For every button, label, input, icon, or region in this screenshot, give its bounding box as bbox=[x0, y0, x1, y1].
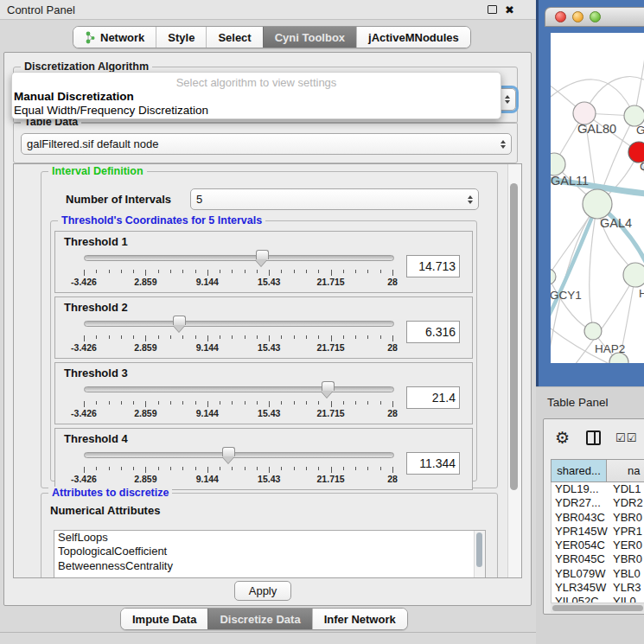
attributes-list-scrollbar[interactable] bbox=[474, 531, 485, 578]
slider-tick bbox=[158, 401, 159, 405]
algorithm-option[interactable]: Equal Width/Frequency Discretization bbox=[12, 104, 501, 118]
slider-tick-label: 15.43 bbox=[258, 474, 280, 484]
threshold-panel: Threshold 2-3.4262.8599.14415.4321.71528 bbox=[54, 296, 473, 359]
slider-tick bbox=[207, 467, 208, 473]
threshold-label: Threshold 3 bbox=[64, 367, 467, 379]
slider-tick bbox=[145, 270, 146, 276]
column-header-name[interactable]: na bbox=[607, 459, 644, 482]
table-data-group: Table Data galFiltered.sif default node bbox=[13, 122, 518, 163]
slider-thumb[interactable] bbox=[173, 316, 187, 332]
tab-network[interactable]: Network bbox=[73, 27, 156, 48]
threshold-panel: Threshold 3-3.4262.8599.14415.4321.71528 bbox=[54, 362, 473, 424]
tab-label: Select bbox=[218, 31, 251, 44]
cell-name: YBL0 bbox=[608, 567, 644, 581]
slider-track bbox=[84, 452, 394, 458]
algorithm-dropdown-popup: Select algorithm to view settingsManual … bbox=[11, 72, 501, 119]
tab-select[interactable]: Select bbox=[206, 27, 262, 48]
table-row[interactable]: YER054CYER0 bbox=[552, 539, 644, 552]
table-row[interactable]: YDL19...YDL1 bbox=[552, 482, 644, 496]
network-node-green[interactable] bbox=[551, 269, 556, 284]
number-of-intervals-label: Number of Intervals bbox=[66, 193, 171, 206]
threshold-value-field[interactable] bbox=[406, 255, 460, 277]
settings-gear-icon[interactable]: ⚙ bbox=[555, 430, 570, 446]
slider-tick-label: 21.715 bbox=[317, 474, 345, 484]
slider-tick bbox=[392, 467, 393, 473]
slider-tick-label: 28 bbox=[387, 408, 398, 418]
zoom-traffic-light-icon[interactable] bbox=[590, 11, 601, 22]
minimize-traffic-light-icon[interactable] bbox=[572, 11, 583, 22]
close-traffic-light-icon[interactable] bbox=[555, 11, 566, 22]
slider-tick bbox=[220, 401, 220, 405]
table-data-combobox[interactable]: galFiltered.sif default node bbox=[21, 133, 512, 155]
slider-tick-label: 2.859 bbox=[134, 408, 156, 418]
network-tab-icon bbox=[85, 31, 96, 44]
cell-shared-name: YIL052C bbox=[552, 595, 608, 603]
select-columns-checkboxes-icon[interactable]: ☑☑ bbox=[615, 431, 637, 444]
attribute-list-item[interactable]: SelfLoops bbox=[54, 531, 485, 545]
algorithm-option[interactable]: Manual Discretization bbox=[12, 90, 501, 104]
network-canvas[interactable]: GAL80GACGAL11GAL4GCY1HHAP2 bbox=[551, 33, 644, 363]
table-row[interactable]: YDR27...YDR2 bbox=[552, 496, 644, 510]
slider-tick bbox=[281, 467, 282, 470]
control-panel-titlebar: Control Panel ✖ bbox=[0, 0, 536, 20]
discretization-algorithm-group-label: Discretization Algorithm bbox=[21, 61, 152, 73]
network-node-label: H bbox=[639, 287, 644, 300]
screen: Control Panel ✖ NetworkStyleSelectCyni T… bbox=[0, 0, 644, 644]
network-window-titlebar bbox=[545, 7, 644, 27]
slider-thumb[interactable] bbox=[321, 381, 335, 398]
attribute-list-item[interactable]: BetweennessCentrality bbox=[54, 559, 485, 573]
tab-discretize-data[interactable]: Discretize Data bbox=[207, 609, 311, 629]
tab-jactivemnodules[interactable]: jActiveMNodules bbox=[356, 27, 470, 48]
numerical-attributes-list[interactable]: SelfLoopsTopologicalCoefficientBetweenne… bbox=[54, 530, 486, 578]
table-row[interactable]: YIL052CYIL0 bbox=[552, 595, 644, 603]
threshold-slider[interactable]: -3.4262.8599.14415.4321.71528 bbox=[84, 315, 392, 353]
spinner-arrows-icon bbox=[463, 195, 473, 204]
tab-cyni-toolbox[interactable]: Cyni Toolbox bbox=[263, 27, 356, 48]
slider-tick bbox=[84, 467, 85, 473]
attribute-list-item[interactable]: TopologicalCoefficient bbox=[54, 545, 485, 558]
table-horizontal-scrollbar[interactable] bbox=[551, 603, 644, 613]
column-header-shared[interactable]: shared... bbox=[551, 459, 607, 482]
slider-tick-label: 9.144 bbox=[196, 474, 219, 484]
table-row[interactable]: YBR045CYBR0 bbox=[552, 552, 644, 566]
slider-tick bbox=[245, 467, 245, 470]
slider-tick bbox=[182, 401, 183, 405]
slider-tick bbox=[245, 335, 245, 339]
table-row[interactable]: YBL079WYBL0 bbox=[552, 567, 644, 581]
table-row[interactable]: YPR145WYPR1 bbox=[552, 525, 644, 539]
settings-vertical-scrollbar[interactable] bbox=[507, 164, 521, 577]
threshold-slider[interactable]: -3.4262.8599.14415.4321.71528 bbox=[84, 380, 392, 418]
slider-tick bbox=[318, 335, 319, 339]
network-node-green[interactable] bbox=[583, 189, 612, 219]
apply-button[interactable]: Apply bbox=[234, 581, 291, 601]
tab-infer-network[interactable]: Infer Network bbox=[312, 609, 407, 629]
threshold-value-field[interactable] bbox=[406, 452, 460, 475]
number-of-intervals-spinner[interactable]: 5 bbox=[190, 188, 479, 210]
threshold-slider[interactable]: -3.4262.8599.14415.4321.71528 bbox=[84, 249, 392, 287]
tab-style[interactable]: Style bbox=[156, 27, 206, 48]
slider-thumb[interactable] bbox=[222, 447, 236, 463]
slider-tick bbox=[355, 335, 356, 339]
threshold-slider[interactable]: -3.4262.8599.14415.4321.71528 bbox=[84, 446, 392, 484]
threshold-value-field[interactable] bbox=[406, 321, 460, 343]
slider-tick bbox=[84, 335, 85, 341]
slider-tick bbox=[96, 467, 97, 470]
table-row[interactable]: YLR345WYLR3 bbox=[552, 581, 644, 595]
float-window-icon[interactable] bbox=[488, 5, 497, 14]
tab-impute-data[interactable]: Impute Data bbox=[121, 609, 207, 629]
slider-tick bbox=[245, 270, 245, 273]
slider-tick bbox=[245, 401, 245, 405]
close-icon[interactable]: ✖ bbox=[505, 4, 514, 16]
slider-tick bbox=[367, 401, 368, 405]
slider-tick bbox=[355, 401, 356, 405]
slider-thumb[interactable] bbox=[255, 250, 269, 266]
slider-tick bbox=[392, 270, 393, 276]
table-row[interactable]: YBR043CYBR0 bbox=[552, 511, 644, 525]
network-node-green[interactable] bbox=[551, 153, 565, 175]
network-node-green[interactable] bbox=[623, 263, 644, 287]
network-node-green[interactable] bbox=[584, 322, 602, 340]
threshold-value-field[interactable] bbox=[406, 386, 460, 409]
split-columns-icon[interactable] bbox=[586, 430, 601, 445]
tab-label: Impute Data bbox=[132, 613, 196, 626]
slider-tick-label: 2.859 bbox=[134, 342, 156, 353]
